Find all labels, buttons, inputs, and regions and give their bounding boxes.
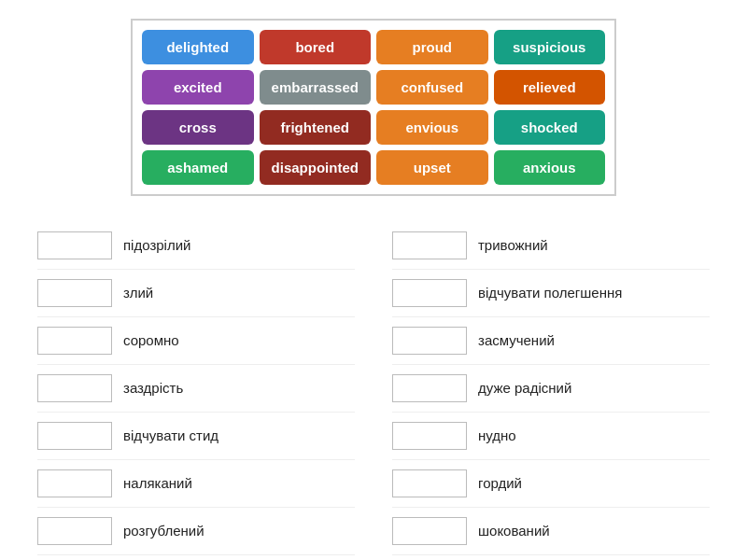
match-input-right-3[interactable] — [392, 374, 467, 402]
match-label: злий — [123, 284, 153, 302]
match-label: засмучений — [478, 331, 555, 350]
match-row: гордий — [392, 460, 710, 508]
word-chip[interactable]: proud — [376, 30, 488, 64]
match-input-left-0[interactable] — [37, 231, 112, 259]
match-section: підозрілийзлийсоромнозаздрістьвідчувати … — [19, 222, 728, 560]
match-left-column: підозрілийзлийсоромнозаздрістьвідчувати … — [37, 222, 355, 560]
match-label: дуже радісний — [478, 379, 571, 398]
match-row: розгублений — [37, 508, 355, 555]
word-bank: delightedboredproudsuspiciousexcitedemba… — [131, 19, 616, 196]
match-label: гордий — [478, 474, 522, 493]
match-input-right-0[interactable] — [392, 231, 467, 259]
match-label: заздрість — [123, 379, 183, 398]
word-chip[interactable]: anxious — [494, 150, 606, 185]
match-label: тривожний — [478, 236, 548, 255]
word-chip[interactable]: delighted — [142, 30, 254, 64]
word-chip[interactable]: shocked — [494, 110, 606, 145]
match-input-right-6[interactable] — [392, 517, 467, 545]
match-right-column: тривожнийвідчувати полегшеннязасмученийд… — [392, 222, 710, 560]
match-row: нудно — [392, 413, 710, 460]
word-chip[interactable]: excited — [142, 70, 254, 105]
match-row: тривожний — [392, 222, 710, 270]
match-label: підозрілий — [123, 236, 190, 255]
match-row: підозрілий — [37, 222, 355, 270]
match-input-left-6[interactable] — [37, 517, 112, 545]
match-label: відчувати полегшення — [478, 284, 622, 302]
match-input-left-1[interactable] — [37, 279, 112, 307]
match-label: відчувати стид — [123, 427, 218, 445]
match-input-left-2[interactable] — [37, 327, 112, 355]
match-label: наляканий — [123, 474, 192, 493]
match-row: соромно — [37, 317, 355, 365]
match-row: відчувати стид — [37, 413, 355, 460]
word-chip[interactable]: bored — [260, 30, 372, 64]
word-chip[interactable]: upset — [376, 150, 488, 185]
word-chip[interactable]: suspicious — [494, 30, 606, 64]
word-chip[interactable]: confused — [376, 70, 488, 105]
match-label: соромно — [123, 331, 179, 350]
match-label: нудно — [478, 427, 516, 445]
word-chip[interactable]: envious — [376, 110, 488, 145]
match-row: розчарований — [37, 555, 355, 560]
match-label: шокований — [478, 522, 550, 540]
match-input-right-1[interactable] — [392, 279, 467, 307]
match-input-right-2[interactable] — [392, 327, 467, 355]
match-row: заздрість — [37, 365, 355, 413]
word-chip[interactable]: frightened — [260, 110, 372, 145]
match-row: наляканий — [37, 460, 355, 508]
match-input-left-5[interactable] — [37, 469, 112, 497]
match-row: шокований — [392, 508, 710, 555]
match-row: відчувати полегшення — [392, 270, 710, 317]
match-row: злий — [37, 270, 355, 317]
word-chip[interactable]: embarrassed — [260, 70, 372, 105]
match-input-left-4[interactable] — [37, 422, 112, 450]
match-row: схвильований (радісно) — [392, 555, 710, 560]
match-input-right-4[interactable] — [392, 422, 467, 450]
word-chip[interactable]: ashamed — [142, 150, 254, 185]
match-label: розгублений — [123, 522, 204, 540]
word-chip[interactable]: relieved — [494, 70, 606, 105]
match-row: дуже радісний — [392, 365, 710, 413]
word-chip[interactable]: disappointed — [260, 150, 372, 185]
match-row: засмучений — [392, 317, 710, 365]
match-input-left-3[interactable] — [37, 374, 112, 402]
word-chip[interactable]: cross — [142, 110, 254, 145]
match-input-right-5[interactable] — [392, 469, 467, 497]
